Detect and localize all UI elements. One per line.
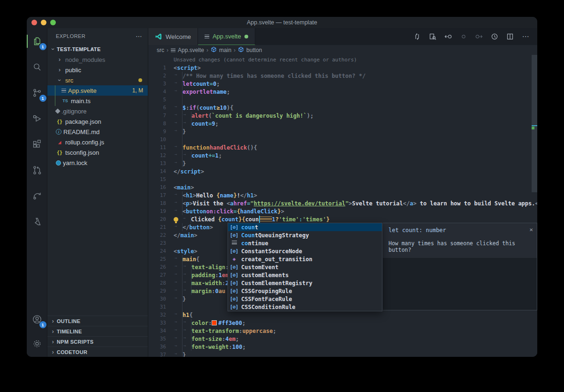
- settings-gear-icon[interactable]: [30, 336, 45, 351]
- tree-item-.gitignore[interactable]: .gitignore: [47, 106, 148, 116]
- suggest-item-CSSFontFaceRule[interactable]: [⊘]CSSFontFaceRule: [228, 295, 382, 303]
- tab-welcome[interactable]: Welcome: [148, 28, 198, 45]
- tree-item-rollup.config.js[interactable]: ◢rollup.config.js: [47, 137, 148, 147]
- code-line-content[interactable]: [174, 96, 183, 104]
- line-number[interactable]: 37: [148, 352, 166, 357]
- panel-codetour[interactable]: CODETOUR: [47, 347, 148, 357]
- line-number[interactable]: 1: [148, 65, 166, 71]
- line-number[interactable]: 7: [148, 113, 166, 119]
- line-number[interactable]: 17: [148, 192, 166, 198]
- code-line-content[interactable]: <main>: [174, 183, 194, 191]
- close-icon[interactable]: [529, 226, 533, 233]
- editor-scrollbar[interactable]: [532, 55, 537, 192]
- code-line-content[interactable]: <script>: [174, 64, 201, 72]
- tree-item-public[interactable]: public: [47, 65, 148, 75]
- color-swatch[interactable]: [212, 321, 216, 325]
- explorer-icon[interactable]: 1: [30, 34, 45, 49]
- azure-icon[interactable]: [30, 214, 45, 229]
- line-number[interactable]: 2: [148, 73, 166, 79]
- line-number[interactable]: 18: [148, 200, 166, 206]
- line-number[interactable]: 29: [148, 288, 166, 294]
- line-number[interactable]: 27: [148, 272, 166, 278]
- code-line-content[interactable]: →</button>: [174, 223, 213, 231]
- code-line-content[interactable]: →let count = 0;: [174, 80, 220, 88]
- code-line-content[interactable]: →$: if (count ≥ 10) {: [174, 104, 233, 112]
- minimize-window-button[interactable]: [41, 20, 46, 25]
- split-editor-icon[interactable]: [504, 30, 516, 43]
- suggest-item-CSSGroupingRule[interactable]: [⊘]CSSGroupingRule: [228, 287, 382, 295]
- open-preview-icon[interactable]: [427, 30, 439, 43]
- next-change-icon[interactable]: [473, 30, 485, 43]
- line-number[interactable]: 24: [148, 248, 166, 254]
- line-number[interactable]: 12: [148, 152, 166, 158]
- lightbulb-icon[interactable]: [174, 217, 178, 222]
- code-line-content[interactable]: →main {: [174, 255, 199, 263]
- run-debug-icon[interactable]: [30, 111, 45, 126]
- workspace-section-header[interactable]: TEST-TEMPLATE: [47, 44, 148, 54]
- line-number[interactable]: 6: [148, 105, 166, 111]
- tree-item-node_modules[interactable]: node_modules: [47, 54, 148, 65]
- code-line-content[interactable]: →→margin: 0 au: [174, 287, 225, 295]
- line-number[interactable]: 13: [148, 160, 166, 166]
- suggest-item-create_out_transition[interactable]: ◈create_out_transition: [228, 255, 382, 263]
- suggest-item-continue[interactable]: continue: [228, 239, 382, 247]
- suggest-item-CSSConditionRule[interactable]: [⊘]CSSConditionRule: [228, 303, 382, 311]
- tree-item-yarn.lock[interactable]: yarn.lock: [47, 158, 148, 168]
- line-number[interactable]: 35: [148, 336, 166, 342]
- code-line-content[interactable]: →}: [174, 159, 186, 167]
- code-line-content[interactable]: </main>: [174, 231, 198, 239]
- line-number[interactable]: 16: [148, 184, 166, 190]
- zoom-window-button[interactable]: [50, 20, 56, 25]
- tab-app-svelte[interactable]: App.svelte: [198, 28, 255, 45]
- tree-item-package.json[interactable]: {}package.json: [47, 116, 148, 127]
- breadcrumb-main[interactable]: main: [211, 46, 231, 54]
- code-line-content[interactable]: →→alert(`count is dangerously high!`);: [174, 112, 313, 120]
- unsaved-dot-icon[interactable]: [244, 35, 248, 38]
- panel-npm-scripts[interactable]: NPM SCRIPTS: [47, 336, 148, 347]
- code-line-content[interactable]: <style>: [174, 247, 198, 255]
- suggest-item-count[interactable]: [⊘]count: [228, 223, 382, 231]
- tree-item-README.md[interactable]: iREADME.md: [47, 127, 148, 137]
- line-number[interactable]: 5: [148, 97, 166, 103]
- change-circle-icon[interactable]: [457, 30, 470, 43]
- code-editor[interactable]: Unsaved changes (cannot determine recent…: [148, 55, 537, 357]
- close-window-button[interactable]: [31, 20, 37, 25]
- line-number[interactable]: 30: [148, 296, 166, 302]
- suggest-item-CustomElementRegistry[interactable]: [⊘]CustomElementRegistry: [228, 279, 382, 287]
- code-line-content[interactable]: →→padding: 1em: [174, 271, 229, 279]
- code-line-content[interactable]: →→text-transform: uppercase;: [174, 327, 276, 335]
- titlebar[interactable]: App.svelte — test-template: [27, 17, 537, 28]
- suggest-item-CountQueuingStrategy[interactable]: [⊘]CountQueuingStrategy: [228, 231, 382, 239]
- code-line-content[interactable]: →→font-weight: 100;: [174, 343, 246, 351]
- source-control-icon[interactable]: 1: [30, 85, 45, 100]
- line-number[interactable]: 34: [148, 328, 166, 334]
- line-number[interactable]: 19: [148, 208, 166, 214]
- code-line-content[interactable]: →→count = 9;: [174, 120, 219, 128]
- line-number[interactable]: 21: [148, 224, 166, 230]
- search-icon[interactable]: [30, 60, 45, 75]
- line-number[interactable]: 32: [148, 312, 166, 318]
- line-number[interactable]: 3: [148, 81, 166, 87]
- code-line-content[interactable]: →<p>Visit the <a href="https://svelte.de…: [174, 199, 537, 207]
- code-line-content[interactable]: [174, 136, 183, 143]
- code-line-content[interactable]: →}: [174, 128, 186, 136]
- code-line-content[interactable]: </script>: [174, 167, 204, 175]
- code-line-content[interactable]: →→text-align: c: [174, 263, 232, 271]
- more-actions-icon[interactable]: [519, 30, 532, 43]
- line-number[interactable]: 15: [148, 176, 166, 182]
- code-line-content[interactable]: →→color: #ff3e00;: [174, 319, 245, 327]
- open-changes-icon[interactable]: [411, 30, 423, 43]
- github-pr-icon[interactable]: [30, 163, 45, 178]
- code-line-content[interactable]: →→font-size: 4em;: [174, 335, 239, 343]
- line-number[interactable]: 31: [148, 304, 166, 310]
- code-line-content[interactable]: →export let name;: [174, 88, 230, 96]
- tree-item-tsconfig.json[interactable]: {}tsconfig.json: [47, 147, 148, 158]
- extensions-icon[interactable]: [30, 137, 45, 152]
- breadcrumb-file[interactable]: App.svelte: [171, 47, 204, 53]
- breadcrumb-src[interactable]: src: [157, 47, 164, 53]
- line-number[interactable]: 33: [148, 320, 166, 326]
- code-line-content[interactable]: →}: [174, 295, 186, 303]
- panel-timeline[interactable]: TIMELINE: [47, 326, 148, 336]
- line-number[interactable]: 14: [148, 168, 166, 174]
- account-icon[interactable]: 1: [30, 312, 45, 327]
